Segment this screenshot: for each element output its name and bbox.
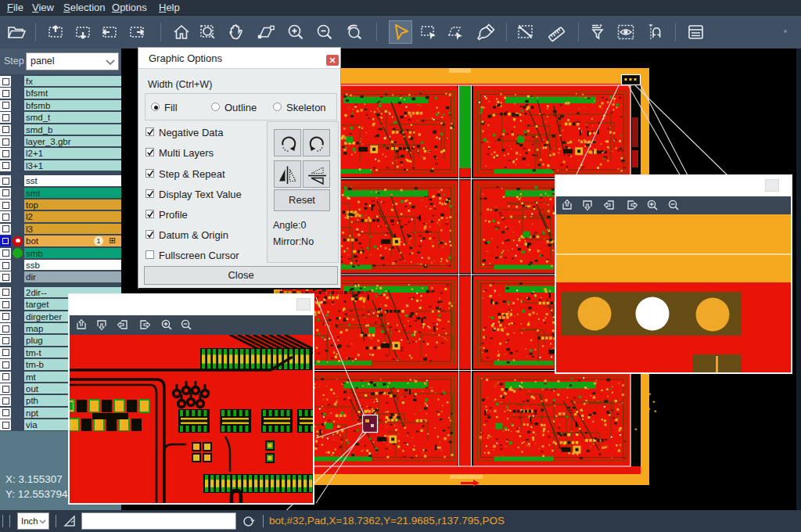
svg-text:*: * bbox=[652, 399, 656, 407]
svg-text:*: * bbox=[654, 408, 657, 416]
svg-text:*: * bbox=[648, 406, 651, 414]
svg-text:*: * bbox=[648, 391, 652, 399]
svg-text:*: * bbox=[634, 426, 638, 434]
